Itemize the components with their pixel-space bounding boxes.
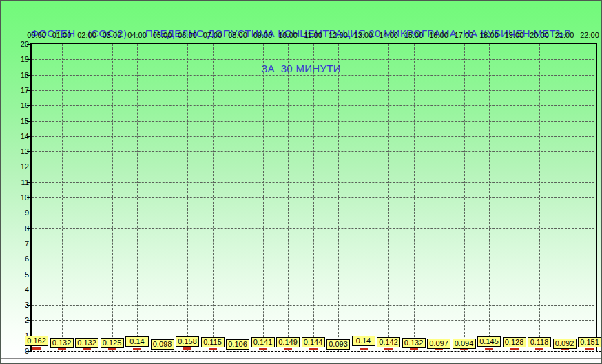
value-box: 0.132 bbox=[75, 338, 98, 348]
data-bar bbox=[183, 347, 191, 350]
value-box: 0.106 bbox=[226, 339, 249, 350]
value-box: 0.162 bbox=[25, 336, 48, 346]
data-bar bbox=[58, 348, 66, 350]
y-axis-label: 19 bbox=[8, 55, 29, 63]
phosgene-monitor-screen: ФОСГЕН (COCl2) ПРЕДЕЛНО ДОПУСТИМА КОНЦЕН… bbox=[0, 0, 602, 364]
x-axis-label: 20:00 bbox=[530, 31, 549, 39]
y-axis-label: 6 bbox=[8, 255, 29, 263]
value-box: 0.14 bbox=[352, 336, 375, 346]
y-axis-label: 12 bbox=[8, 162, 29, 171]
x-axis-label: 01:00 bbox=[52, 31, 72, 39]
data-bar bbox=[384, 348, 393, 350]
value-box: 0.141 bbox=[251, 337, 275, 347]
plot-frame bbox=[30, 43, 597, 352]
x-axis-label: 12:00 bbox=[329, 31, 348, 39]
value-box: 0.092 bbox=[553, 339, 577, 349]
data-bar bbox=[133, 348, 141, 350]
data-bar bbox=[485, 348, 493, 350]
value-box: 0.125 bbox=[101, 338, 124, 348]
value-box: 0.128 bbox=[503, 337, 526, 347]
x-axis-label: 05:00 bbox=[153, 31, 172, 39]
x-axis-label: 02:00 bbox=[77, 31, 96, 39]
x-axis-label: 03:00 bbox=[103, 31, 122, 39]
value-box: 0.144 bbox=[302, 337, 325, 347]
data-bar bbox=[209, 348, 217, 350]
data-bar bbox=[32, 347, 41, 350]
x-axis-label: 14:00 bbox=[379, 31, 398, 39]
y-axis-label: 18 bbox=[8, 71, 29, 79]
y-axis-label: 17 bbox=[8, 86, 29, 94]
value-box: 0.093 bbox=[326, 339, 350, 350]
y-axis-label: 10 bbox=[8, 193, 29, 202]
window-background-strip bbox=[1, 359, 601, 364]
value-box: 0.132 bbox=[50, 338, 74, 348]
y-axis-label: 9 bbox=[8, 208, 29, 217]
value-box: 0.097 bbox=[427, 339, 450, 349]
value-box: 0.151 bbox=[578, 337, 601, 347]
y-axis-label: 5 bbox=[8, 270, 29, 279]
x-axis-label: 08:00 bbox=[228, 31, 247, 39]
value-box: 0.158 bbox=[176, 336, 199, 347]
value-box: 0.14 bbox=[125, 336, 149, 347]
y-axis-label: 4 bbox=[8, 286, 29, 294]
value-box: 0.115 bbox=[201, 337, 225, 347]
y-axis-label: 3 bbox=[8, 301, 29, 309]
data-bar bbox=[410, 348, 418, 350]
data-bar bbox=[585, 348, 594, 350]
y-axis-label: 7 bbox=[8, 239, 29, 248]
x-axis-label: 15:00 bbox=[404, 31, 424, 39]
value-box: 0.098 bbox=[151, 339, 174, 350]
value-box: 0.145 bbox=[477, 336, 501, 347]
x-axis-label: 21:00 bbox=[555, 31, 574, 39]
x-axis-label: 04:00 bbox=[127, 31, 147, 39]
value-box: 0.094 bbox=[453, 339, 476, 349]
y-axis-label: 11 bbox=[8, 178, 29, 186]
y-axis-label: 8 bbox=[8, 224, 29, 233]
value-box: 0.118 bbox=[528, 337, 551, 347]
data-bar bbox=[309, 348, 318, 350]
x-axis-label: 16:00 bbox=[429, 31, 448, 39]
value-box: 0.149 bbox=[276, 337, 300, 347]
y-axis-label: 13 bbox=[8, 147, 29, 156]
x-axis-label: 06:00 bbox=[178, 31, 197, 39]
x-axis-label: 10:00 bbox=[278, 31, 298, 39]
chart-background: ФОСГЕН (COCl2) ПРЕДЕЛНО ДОПУСТИМА КОНЦЕН… bbox=[1, 1, 601, 357]
data-bar bbox=[284, 348, 292, 350]
y-axis-label: 20 bbox=[8, 40, 29, 48]
y-axis-label: 14 bbox=[8, 132, 29, 140]
y-axis-label: 16 bbox=[8, 101, 29, 109]
x-axis-label: 18:00 bbox=[479, 31, 499, 39]
x-axis-label: 13:00 bbox=[354, 31, 373, 39]
x-axis-label: 19:00 bbox=[505, 31, 524, 39]
y-axis-label: 15 bbox=[8, 117, 29, 125]
x-axis-label: 07:00 bbox=[203, 31, 222, 39]
data-bar bbox=[360, 348, 368, 350]
x-axis-label: 00:00 bbox=[27, 31, 46, 39]
y-axis-label: 2 bbox=[8, 316, 29, 324]
data-bar bbox=[535, 348, 543, 350]
data-bar bbox=[108, 348, 116, 350]
value-box: 0.132 bbox=[402, 338, 426, 348]
data-bar bbox=[83, 348, 91, 350]
x-axis-label: 22:00 bbox=[580, 31, 599, 39]
x-axis-label: 11:00 bbox=[304, 31, 322, 39]
value-box: 0.142 bbox=[377, 337, 400, 347]
x-axis-label: 17:00 bbox=[455, 31, 474, 39]
data-bar bbox=[510, 348, 519, 350]
x-axis-label: 09:00 bbox=[253, 31, 273, 39]
data-bar bbox=[259, 348, 267, 350]
